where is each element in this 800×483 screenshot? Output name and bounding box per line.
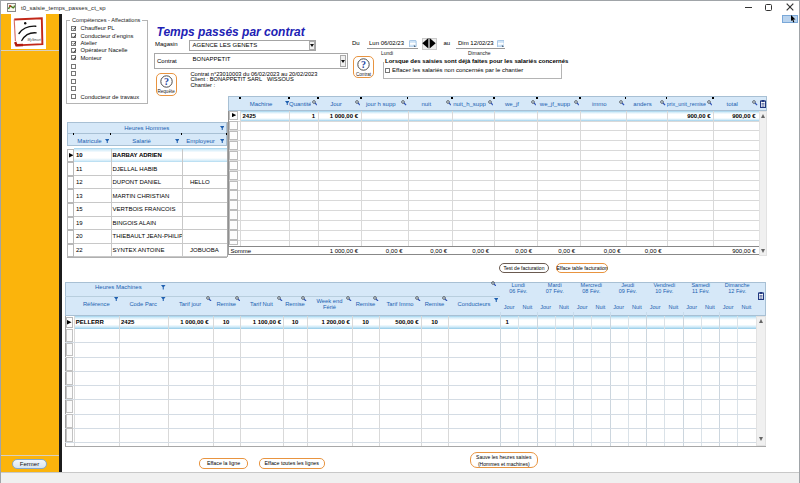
svg-text:?: ? (361, 59, 366, 70)
svg-text:MySmart: MySmart (28, 38, 42, 42)
svg-text:?: ? (164, 76, 169, 87)
